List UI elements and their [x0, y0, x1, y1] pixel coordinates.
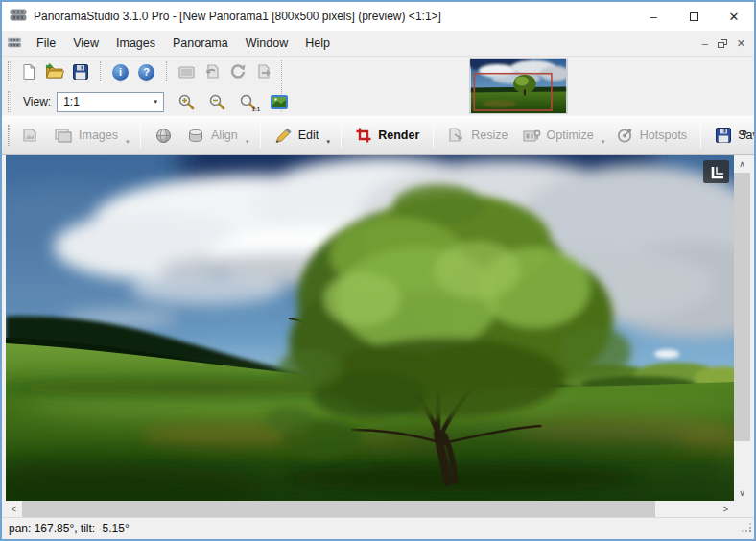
optimize-label: Optimize	[547, 129, 594, 142]
combo-dropdown-icon[interactable]: ▼	[148, 93, 163, 111]
toolbar-grip	[8, 91, 11, 112]
zoom-out-button[interactable]	[204, 89, 230, 114]
align-dropdown-icon[interactable]: ▼	[245, 139, 250, 145]
status-bar: pan: 167.85°, tilt: -5.15°	[2, 517, 754, 539]
resize-icon	[447, 127, 465, 144]
vertical-scroll-track[interactable]	[734, 172, 750, 484]
panorama-thumbnail-navigator[interactable]	[469, 58, 568, 114]
document-icon	[7, 35, 22, 52]
hotspots-target-icon	[616, 127, 634, 144]
view-toolbar: View: 1:1 ▼	[2, 87, 754, 116]
edit-dropdown-icon[interactable]: ▼	[325, 139, 331, 145]
preview-window-icon	[177, 64, 196, 81]
import-images-button[interactable]	[14, 123, 47, 148]
render-button[interactable]: Render	[348, 123, 426, 148]
toolbar-block: i ?	[2, 56, 754, 115]
zoom-out-icon	[208, 93, 226, 111]
align-button[interactable]: Align	[179, 124, 245, 148]
info-button[interactable]: i	[107, 59, 133, 84]
title-bar: PanoramaStudio 3.1.0 Pro - [New Panorama…	[2, 2, 754, 31]
images-dropdown-icon[interactable]: ▼	[125, 139, 130, 145]
scroll-up-button[interactable]: ∧	[734, 155, 750, 172]
help-button[interactable]: ?	[133, 59, 159, 84]
vertical-scrollbar[interactable]: ∧ ∨	[734, 155, 750, 501]
window-title: PanoramaStudio 3.1.0 Pro - [New Panorama…	[34, 10, 441, 23]
optimize-button[interactable]: Optimize	[515, 124, 601, 148]
preview-window-button[interactable]	[174, 59, 200, 84]
scroll-left-button[interactable]: <	[6, 501, 22, 517]
zoom-in-button[interactable]	[174, 89, 200, 114]
images-icon	[54, 128, 73, 144]
toolbar-grip	[8, 125, 10, 146]
export-button[interactable]	[251, 59, 277, 84]
optimize-dropdown-icon[interactable]: ▼	[601, 139, 606, 145]
scroll-right-button[interactable]: >	[718, 501, 734, 517]
rotate-right-button[interactable]	[225, 59, 251, 84]
app-window: PanoramaStudio 3.1.0 Pro - [New Panorama…	[0, 0, 756, 541]
render-crop-icon	[355, 127, 372, 144]
menu-window[interactable]: Window	[237, 31, 296, 56]
new-document-icon	[20, 63, 37, 81]
export-page-icon	[255, 63, 273, 81]
edit-label: Edit	[298, 129, 319, 142]
toolbar-grip	[8, 61, 11, 82]
window-resize-grip[interactable]	[742, 520, 752, 537]
projection-sphere-button[interactable]	[148, 123, 179, 149]
menu-bar: File View Images Panorama Window Help – …	[2, 31, 754, 56]
close-button[interactable]: ✕	[714, 2, 754, 31]
render-label: Render	[378, 129, 419, 142]
rotate-left-button[interactable]	[200, 59, 225, 84]
toolbar-divider	[166, 61, 167, 82]
toolbar-divider	[700, 123, 701, 148]
horizontal-scrollbar[interactable]: < >	[6, 501, 750, 517]
menu-panorama[interactable]: Panorama	[164, 31, 237, 56]
view-label: View:	[23, 95, 51, 108]
horizontal-scroll-track[interactable]	[22, 501, 718, 517]
pan-tilt-status: pan: 167.85°, tilt: -5.15°	[2, 522, 130, 535]
maximize-icon	[690, 12, 698, 21]
save-floppy-icon	[72, 63, 89, 81]
zoom-level-value: 1:1	[58, 95, 148, 108]
mdi-restore-button[interactable]	[718, 39, 727, 48]
open-project-button[interactable]	[41, 59, 67, 84]
vertical-scroll-thumb[interactable]	[734, 173, 750, 441]
new-project-button[interactable]	[15, 59, 41, 84]
zoom-actual-size-button[interactable]: 1:1	[235, 89, 261, 114]
zoom-level-combobox[interactable]: 1:1 ▼	[57, 92, 164, 112]
panorama-canvas[interactable]	[6, 155, 734, 501]
menu-file[interactable]: File	[28, 31, 64, 56]
mdi-close-button[interactable]: ✕	[737, 37, 745, 49]
minimize-button[interactable]: –	[633, 2, 673, 31]
scroll-down-button[interactable]: ∨	[734, 484, 750, 501]
hotspots-button[interactable]: Hotspots	[609, 123, 694, 148]
app-icon	[10, 8, 27, 25]
rotate-left-icon	[203, 63, 222, 81]
panorama-image	[6, 155, 734, 501]
hotspots-label: Hotspots	[640, 129, 687, 142]
resize-button[interactable]: Resize	[440, 123, 514, 148]
fit-to-window-button[interactable]	[266, 89, 292, 114]
toolbar-divider	[140, 123, 141, 148]
scrollbar-corner	[734, 501, 750, 517]
toolbar-divider	[433, 123, 434, 148]
toolbar-divider	[341, 123, 342, 148]
toolbar-overflow-button[interactable]: »	[741, 126, 747, 139]
open-folder-icon	[45, 63, 64, 81]
import-photo-icon	[21, 127, 40, 144]
menu-images[interactable]: Images	[107, 31, 164, 56]
images-button[interactable]: Images	[47, 124, 125, 148]
save-project-button[interactable]	[67, 59, 93, 84]
content-area: ∧ ∨ < >	[2, 155, 754, 517]
edit-button[interactable]: Edit	[268, 123, 326, 148]
menu-view[interactable]: View	[64, 31, 107, 56]
mdi-minimize-button[interactable]: –	[702, 37, 708, 49]
minimize-icon: –	[650, 10, 656, 24]
fit-to-window-icon	[270, 94, 289, 110]
save-panorama-button[interactable]: Save	[708, 123, 756, 148]
menu-help[interactable]: Help	[296, 31, 339, 56]
workflow-toolbar: Images ▼ Align ▼	[2, 115, 754, 155]
toolbar-divider	[260, 123, 261, 148]
fit-corner-overlay-button[interactable]	[703, 160, 729, 183]
maximize-button[interactable]	[673, 2, 714, 31]
horizontal-scroll-thumb[interactable]	[22, 501, 655, 517]
